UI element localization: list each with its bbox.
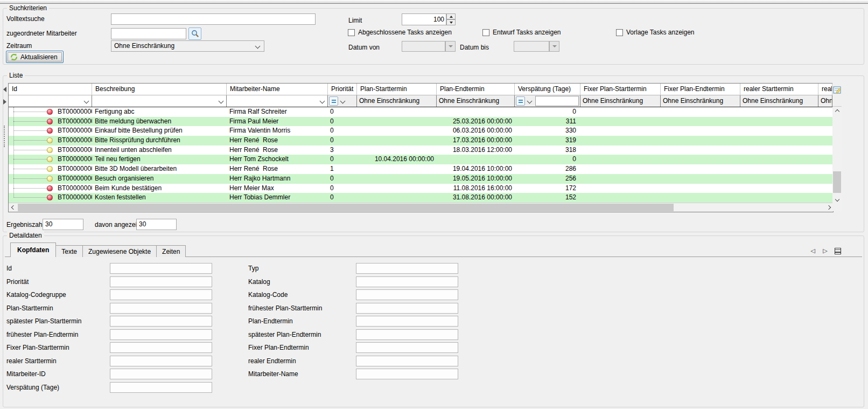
tab-zugewiesene-objekte[interactable]: Zugewiesene Objekte [82,245,157,257]
column-header-fix_start[interactable]: Fixer Plan-Starttermin [580,84,661,95]
table-row[interactable]: BT000000000030Bitte Rissprüfung durchfüh… [9,136,833,145]
filter-dropdown-button[interactable] [338,96,347,106]
checkbox-draft-tasks[interactable]: Entwurf Tasks anzeigen [482,29,561,36]
filter-prioritaet[interactable] [328,95,357,107]
splitter-drag-handle[interactable] [4,126,5,147]
limit-value[interactable]: 100 [402,13,446,25]
tab-zeiten[interactable]: Zeiten [156,245,186,257]
fulltext-input[interactable] [111,13,316,25]
period-select[interactable]: Ohne Einschränkung [111,40,264,52]
column-header-verspaetung[interactable]: Verspätung (Tage) [515,84,580,95]
comparison-filter[interactable] [329,96,347,106]
table-row[interactable]: BT000000000026Fertigung abcFirma Ralf Sc… [9,107,833,117]
column-header-mitarbeiter[interactable]: Mitarbeiter-Name [227,84,328,95]
filter-dropdown-button[interactable] [525,96,534,106]
column-header-plan_start[interactable]: Plan-Starttermin [357,84,437,95]
horizontal-scroll-thumb[interactable] [18,204,674,211]
date-to-dropdown-button[interactable] [549,41,559,52]
column-header-fix_end[interactable]: Fixer Plan-Endtermin [661,84,740,95]
checkbox-completed-tasks[interactable]: Abgeschlossene Tasks anzeigen [348,29,452,36]
detail-field-input-fixer-plan-endtermin[interactable] [356,342,458,353]
table-row[interactable]: BT000000000039Kosten feststellenHerr Tob… [9,193,833,203]
detail-field-input-id[interactable] [110,263,212,274]
filter-fix_start[interactable]: Ohne Einschränkung [580,95,661,107]
detail-field-input-fr-hester-plan-endtermin[interactable] [110,329,212,340]
date-to-value[interactable] [514,41,549,52]
detail-field-input-plan-endtermin[interactable] [356,316,458,327]
table-row[interactable]: BT000000000028Einkauf bitte Bestellung p… [9,126,833,136]
detail-field-input-priorit-t[interactable] [110,276,212,287]
tab-scroll-right-button[interactable]: ▷ [821,247,829,255]
detail-field-input-fr-hester-plan-starttermin[interactable] [356,303,458,314]
table-row[interactable]: BT000000000032Teil neu fertigenHerr Tom … [9,155,833,164]
filter-plan_start[interactable]: Ohne Einschränkung [357,95,437,107]
top-splitter-bar[interactable] [0,0,868,4]
limit-spinner[interactable]: 100 [402,13,456,25]
result-count-field[interactable]: 30 [43,219,83,230]
scroll-right-button[interactable] [824,203,833,212]
date-to-picker[interactable] [514,41,559,52]
table-row[interactable]: BT000000000031Innenteil unten abschleife… [9,145,833,155]
tab-scroll-left-button[interactable]: ◁ [809,247,817,255]
checkbox-icon[interactable] [348,29,355,36]
date-from-picker[interactable] [402,41,456,52]
tab-kopfdaten[interactable]: Kopfdaten [10,242,56,257]
equals-filter-button[interactable] [329,96,338,106]
row-indicator-right-icon[interactable] [3,99,6,105]
assigned-employee-input[interactable] [111,28,186,39]
filter-mitarbeiter[interactable] [227,95,328,107]
detail-field-input-realer-starttermin[interactable] [110,356,212,366]
detail-field-input-sp-tester-plan-starttermin[interactable] [110,316,212,327]
filter-fix_end[interactable]: Ohne Einschränkung [661,95,740,107]
detail-field-input-plan-starttermin[interactable] [110,303,212,314]
filter-beschreibung[interactable] [92,95,227,107]
column-header-prioritaet[interactable]: Priorität [328,84,357,95]
table-row[interactable]: BT000000000034Besuch organisierenHerr Ra… [9,174,833,184]
filter-id[interactable] [9,95,92,107]
vertical-scroll-track[interactable] [832,116,842,195]
scroll-down-button[interactable] [832,195,842,204]
detail-field-input-sp-tester-plan-endtermin[interactable] [356,329,458,340]
spinner-down-button[interactable] [446,19,456,25]
detail-field-input-mitarbeiter-id[interactable] [110,369,212,379]
detail-field-input-realer-endtermin[interactable] [356,356,458,366]
checkbox-icon[interactable] [616,29,623,36]
refresh-button[interactable]: Aktualisieren [6,51,64,63]
filter-plan_end[interactable]: Ohne Einschränkung [437,95,515,107]
detail-field-input-katalog-codegruppe[interactable] [110,289,212,300]
detail-field-input-typ[interactable] [356,263,458,274]
date-from-value[interactable] [402,41,445,52]
shown-count-field[interactable]: 30 [136,219,177,230]
filter-real_start[interactable]: Ohne Einschränkung [740,95,818,107]
scroll-up-button[interactable] [832,107,842,116]
detail-field-input-fixer-plan-starttermin[interactable] [110,342,212,353]
horizontal-scrollbar[interactable] [9,203,833,212]
detail-field-input-mitarbeiter-name[interactable] [356,369,458,379]
detail-field-input-versp-tung-tage[interactable] [110,382,212,393]
column-header-id[interactable]: Id [9,84,92,95]
vertical-scrollbar[interactable] [832,83,842,211]
column-header-beschreibung[interactable]: Beschreibung [92,84,227,95]
tab-texte[interactable]: Texte [55,245,83,257]
column-header-plan_end[interactable]: Plan-Endtermin [437,84,515,95]
vertical-scroll-thumb[interactable] [833,171,841,193]
detail-field-input-katalog-code[interactable] [356,289,458,300]
spinner-up-button[interactable] [446,13,456,19]
detail-field-input-katalog[interactable] [356,276,458,287]
column-customize-button[interactable] [832,83,842,107]
equals-filter-button[interactable] [516,96,525,106]
checkbox-icon[interactable] [482,29,489,36]
filter-value-input[interactable] [535,96,579,106]
date-from-dropdown-button[interactable] [445,41,456,52]
column-header-real_end[interactable]: real [818,84,832,95]
table-row[interactable]: BT000000000033Bitte 3D Modell überarbeit… [9,164,833,174]
employee-search-button[interactable] [188,27,201,40]
filter-verspaetung[interactable] [515,95,580,107]
comparison-filter[interactable] [516,96,534,106]
filter-real_end[interactable]: Ohn [818,95,832,107]
row-indicator-left-icon[interactable] [3,87,6,92]
checkbox-template-tasks[interactable]: Vorlage Tasks anzeigen [616,29,695,36]
table-row[interactable]: BT000000000038Beim Kunde bestätigenHerr … [9,184,833,193]
column-header-real_start[interactable]: realer Starttermin [740,84,818,95]
tab-list-button[interactable] [834,247,842,255]
